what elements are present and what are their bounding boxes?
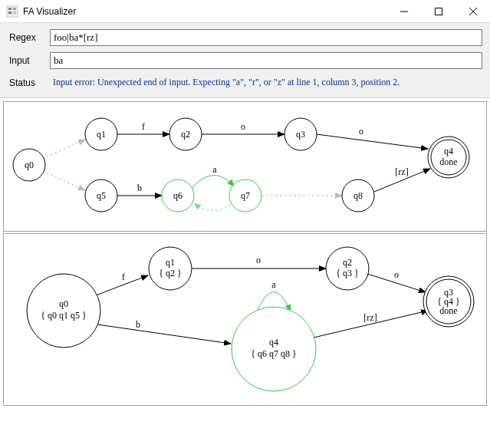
nfa-state-q4: q4 done (428, 137, 469, 178)
form-area: Regex Input Status Input error: Unexpect… (0, 23, 490, 98)
svg-text:q0: q0 (25, 160, 34, 170)
regex-input[interactable] (50, 29, 482, 46)
dfa-edge-b: b (136, 319, 140, 330)
svg-rect-1 (8, 8, 12, 10)
svg-text:q3: q3 (296, 129, 305, 140)
svg-text:q7: q7 (241, 190, 250, 201)
svg-text:{ q3 }: { q3 } (336, 268, 359, 278)
dfa-edge-o1: o (256, 255, 261, 265)
svg-text:q1: q1 (97, 129, 106, 140)
minimize-button[interactable] (386, 0, 421, 23)
window-controls (386, 0, 490, 23)
nfa-state-q6: q6 (162, 180, 194, 212)
input-field[interactable] (50, 52, 482, 69)
dfa-state-q1: q1 { q2 } (149, 247, 192, 290)
svg-line-9 (42, 140, 85, 159)
dfa-state-q2: q2 { q3 } (326, 247, 369, 290)
nfa-edge-b: b (137, 183, 142, 193)
app-icon (6, 5, 18, 18)
dfa-state-q0: q0 { q0 q1 q5 } (27, 274, 100, 348)
svg-text:{ q6  q7  q8 }: { q6 q7 q8 } (251, 348, 297, 359)
nfa-state-q0: q0 (13, 149, 45, 181)
svg-text:q6: q6 (173, 190, 183, 201)
svg-text:q1: q1 (166, 257, 175, 268)
titlebar: FA Visualizer (0, 0, 490, 23)
svg-text:q4: q4 (269, 337, 278, 348)
nfa-state-q3: q3 (284, 118, 317, 150)
nfa-state-q2: q2 (169, 118, 202, 150)
nfa-edge-o1: o (241, 121, 245, 132)
maximize-button[interactable] (421, 0, 455, 23)
svg-text:q2: q2 (343, 257, 352, 268)
dfa-state-q3: q3 { q4 } done (423, 276, 474, 327)
svg-text:q5: q5 (97, 190, 106, 201)
nfa-edge-a: a (212, 164, 217, 175)
close-button[interactable] (455, 0, 490, 23)
svg-line-13 (317, 134, 428, 149)
svg-text:{ q0  q1  q5 }: { q0 q1 q5 } (41, 310, 87, 321)
svg-text:{ q2 }: { q2 } (159, 268, 182, 278)
regex-label: Regex (8, 32, 50, 43)
nfa-state-q7: q7 (229, 180, 261, 212)
diagram-panels: f o o b a [rz] q0 q1 (0, 98, 490, 410)
nfa-state-q1: q1 (85, 118, 117, 150)
dfa-edge-rz: [rz] (363, 312, 377, 323)
nfa-state-q8: q8 (342, 180, 374, 212)
dfa-panel: f o o b a [rz] q0 { q0 q1 q5 } q1 { q2 } (3, 233, 487, 406)
status-label: Status (8, 77, 50, 88)
nfa-edge-o2: o (359, 126, 363, 137)
nfa-panel: f o o b a [rz] q0 q1 (3, 101, 487, 232)
svg-text:q4: q4 (444, 146, 453, 156)
svg-text:q0: q0 (59, 298, 68, 309)
status-text: Input error: Unexpected end of input. Ex… (50, 75, 482, 90)
dfa-edge-a: a (271, 279, 276, 290)
nfa-edge-f: f (142, 121, 145, 132)
svg-rect-4 (13, 12, 16, 14)
svg-rect-2 (13, 8, 16, 10)
svg-rect-6 (435, 8, 442, 15)
svg-rect-3 (8, 12, 12, 14)
nfa-edge-rz: [rz] (395, 166, 408, 177)
svg-line-10 (42, 171, 85, 190)
svg-text:done: done (439, 156, 457, 167)
svg-text:q2: q2 (181, 129, 190, 140)
svg-text:done: done (439, 305, 457, 316)
window-title: FA Visualizer (23, 6, 76, 17)
nfa-state-q5: q5 (85, 180, 117, 212)
input-label: Input (8, 55, 50, 66)
svg-line-40 (97, 324, 231, 344)
dfa-edge-f: f (122, 272, 125, 282)
dfa-edge-o2: o (394, 269, 399, 280)
dfa-state-q4: q4 { q6 q7 q8 } (232, 307, 316, 391)
svg-text:q8: q8 (354, 190, 363, 201)
